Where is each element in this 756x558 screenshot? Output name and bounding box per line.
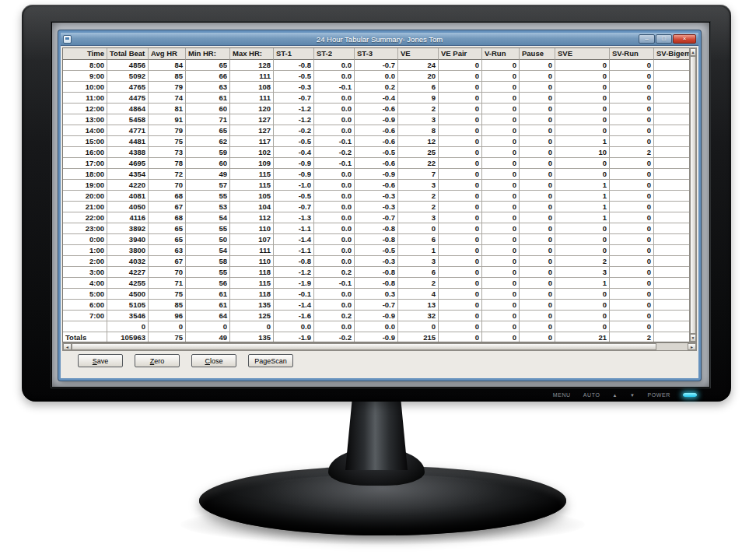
vertical-scroll-thumb[interactable] [690,56,696,334]
table-cell: 4695 [107,158,149,169]
table-cell: 0 [654,114,689,125]
table-cell: 0 [654,93,689,104]
scroll-down-icon[interactable]: ▼ [690,334,696,342]
table-cell: 0 [482,82,520,93]
table-cell: 112 [230,212,274,223]
maximize-button[interactable]: □ [656,34,672,44]
title-bar[interactable]: 24 Hour Tabular Summary- Jones Tom – □ × [61,33,698,46]
close-dialog-button[interactable]: Close [191,354,236,367]
table-cell: 0 [482,158,520,169]
table-row: 7:0035469664125-1.60.2-0.932000000 [63,311,689,321]
table-cell: 0 [555,289,610,300]
column-header-time: Time [63,48,107,60]
table-cell: 4032 [107,256,149,267]
table-cell: 0 [654,147,689,158]
table-row: 00000.00.00.00000000 [63,321,689,332]
summary-table: TimeTotal BeatAvg HRMin HR:Max HR:ST-1ST… [62,47,689,342]
table-cell: 91 [149,114,186,125]
horizontal-scroll-track[interactable] [72,343,688,350]
table-cell: 2 [398,202,439,212]
table-cell: 19:00 [63,180,107,191]
table-cell: 0 [555,311,610,321]
table-cell: 0 [654,278,689,289]
vertical-scrollbar[interactable]: ▲ ▼ [689,47,697,342]
table-cell: 3 [398,180,439,191]
table-cell: 0 [482,234,520,245]
minimize-button[interactable]: – [639,34,655,44]
table-cell: 0 [610,267,654,278]
table-cell: 79 [149,82,186,93]
table-cell: 0 [520,212,555,223]
table-cell: 0 [654,136,689,147]
table-cell: 0.0 [314,169,355,180]
table-cell: 0 [610,234,654,245]
table-cell: 0 [520,223,555,234]
table-cell: 102 [230,147,274,158]
table-cell: 5105 [107,300,149,311]
power-led [683,393,697,397]
table-cell: 0 [555,114,610,125]
table-cell: 0 [520,202,555,212]
table-cell: 0.0 [314,256,355,267]
column-header-st-1: ST-1 [274,48,314,60]
table-cell: 0 [439,300,482,311]
table-cell: 70 [149,180,186,191]
table-cell: 18:00 [63,169,107,180]
scroll-up-icon[interactable]: ▲ [690,48,696,56]
table-cell: -1.1 [274,245,314,256]
table-cell: 118 [230,267,274,278]
table-cell: 74 [149,93,186,104]
table-cell: -0.8 [355,223,398,234]
monitor-stand-neck [345,398,408,470]
table-cell: 3546 [107,311,149,321]
table-cell: 22 [398,158,439,169]
table-cell: 4220 [107,180,149,191]
table-cell: -0.5 [355,245,398,256]
save-button[interactable]: Save [78,354,123,367]
table-cell: 75 [149,136,186,147]
table-cell: 16:00 [63,147,107,158]
table-cell: 0 [610,311,654,321]
table-cell: 0 [186,321,230,332]
table-cell: 0 [520,82,555,93]
table-cell: 0 [482,60,520,71]
horizontal-scrollbar[interactable]: ◄ ► [62,342,697,351]
table-cell: 12 [398,136,439,147]
table-row: 16:0043887359102-0.4-0.2-0.5250001020 [63,147,689,158]
table-row: 10:0047657963108-0.3-0.10.26000000 [63,82,689,93]
table-cell: 0 [555,321,610,332]
table-row: 4:0042557156115-1.9-0.1-0.82000100 [63,278,689,289]
horizontal-scroll-thumb[interactable] [72,343,656,350]
table-body: 8:0048568465128-0.80.0-0.7240000009:0050… [63,60,689,342]
zero-button[interactable]: Zero [135,354,180,367]
table-row: 20:0040816855105-0.50.0-0.32000100 [63,191,689,202]
table-cell: 0 [398,321,439,332]
app-window: 24 Hour Tabular Summary- Jones Tom – □ ×… [58,30,701,381]
close-button[interactable]: × [673,34,696,44]
table-cell: 0 [520,104,555,114]
table-cell: -0.3 [355,191,398,202]
table-cell: -0.1 [314,158,355,169]
table-cell: 127 [230,114,274,125]
table-cell: 25 [398,147,439,158]
close-dialog-button-label: Close [205,357,222,365]
table-cell: 0 [555,82,610,93]
column-header-sv-bigemin: SV-Bigemin [654,48,689,60]
table-row: 13:0054589171127-1.20.0-0.93000000 [63,114,689,125]
table-cell: 0.0 [314,191,355,202]
scroll-left-icon[interactable]: ◄ [63,343,72,350]
table-row: 23:0038926555110-1.10.0-0.80000000 [63,223,689,234]
pagescan-button[interactable]: PageScan [248,354,293,367]
caption-buttons: – □ × [638,34,696,44]
table-cell: -0.7 [274,202,314,212]
table-cell: 3892 [107,223,149,234]
column-header-max-hr: Max HR: [230,48,274,60]
table-cell: 0.0 [314,71,355,82]
scroll-right-icon[interactable]: ► [688,343,696,350]
table-cell: 0 [520,191,555,202]
table-cell: 111 [230,245,274,256]
table-cell: 4475 [107,93,149,104]
save-button-label: Save [93,357,109,365]
table-cell: 20:00 [63,191,107,202]
table-cell: 75 [149,332,186,342]
